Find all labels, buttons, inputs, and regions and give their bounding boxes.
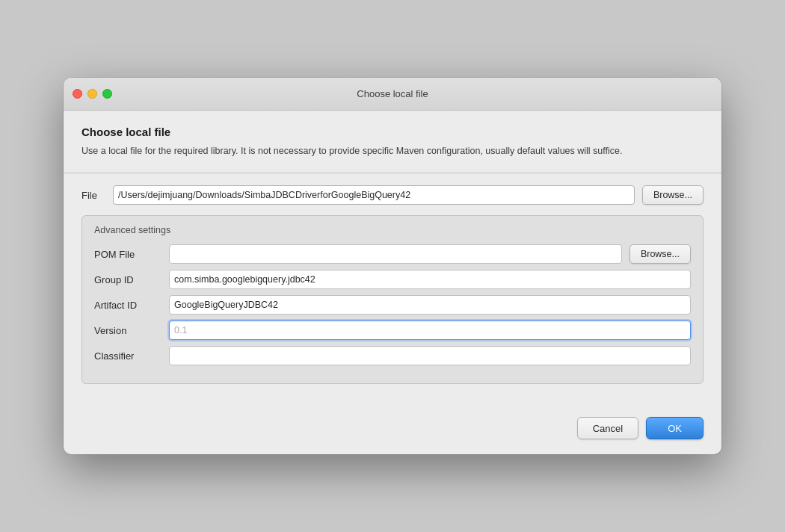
- file-browse-button[interactable]: Browse...: [642, 185, 704, 205]
- pom-file-label: POM File: [94, 249, 161, 260]
- file-input[interactable]: [113, 185, 635, 205]
- artifact-id-label: Artifact ID: [94, 300, 161, 311]
- group-id-input[interactable]: [169, 270, 691, 289]
- file-row: File Browse...: [81, 185, 704, 205]
- version-row: Version: [94, 321, 691, 340]
- group-id-row: Group ID: [94, 270, 691, 289]
- artifact-id-row: Artifact ID: [94, 295, 691, 315]
- pom-file-input[interactable]: [169, 244, 622, 264]
- cancel-button[interactable]: Cancel: [577, 417, 638, 439]
- advanced-settings-panel: Advanced settings POM File Browse... Gro…: [81, 215, 704, 384]
- dialog-description: Use a local file for the required librar…: [81, 144, 704, 158]
- classifier-label: Classifier: [94, 350, 161, 362]
- window-controls: [73, 89, 112, 99]
- dialog: Choose local file Choose local file Use …: [64, 78, 721, 455]
- dialog-content: Choose local file Use a local file for t…: [64, 111, 721, 403]
- version-label: Version: [94, 325, 161, 336]
- pom-browse-button[interactable]: Browse...: [629, 244, 691, 264]
- dialog-header-title: Choose local file: [81, 126, 704, 138]
- artifact-id-input[interactable]: [169, 295, 691, 315]
- title-bar: Choose local file: [64, 78, 721, 111]
- group-id-label: Group ID: [94, 274, 161, 285]
- version-input[interactable]: [169, 321, 691, 340]
- classifier-input[interactable]: [169, 346, 691, 365]
- maximize-button[interactable]: [102, 89, 112, 99]
- window-title: Choose local file: [357, 88, 428, 99]
- close-button[interactable]: [73, 89, 82, 99]
- classifier-row: Classifier: [94, 346, 691, 365]
- pom-file-row: POM File Browse...: [94, 244, 691, 264]
- dialog-footer: Cancel OK: [64, 402, 721, 454]
- file-label: File: [81, 190, 105, 201]
- minimize-button[interactable]: [87, 89, 97, 99]
- ok-button[interactable]: OK: [646, 417, 704, 439]
- advanced-settings-title: Advanced settings: [94, 225, 691, 235]
- divider: [64, 173, 721, 173]
